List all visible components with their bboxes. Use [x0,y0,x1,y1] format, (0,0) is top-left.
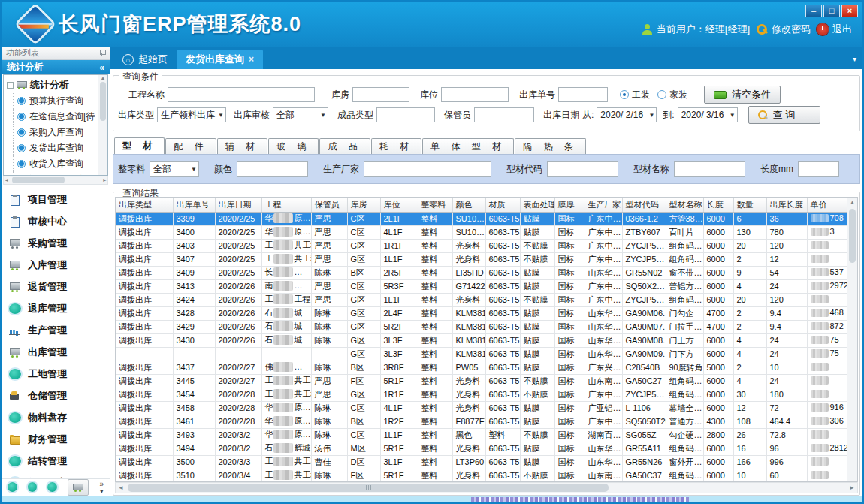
subfilter-select-0[interactable]: 全部▼ [150,161,199,177]
material-tab-7[interactable]: 隔 热 条 [515,138,586,154]
table-row[interactable]: 调拨出库34612020/2/28华原…陈琳B区1R2F整料F8877FT606… [116,415,847,428]
sidebar-item-2[interactable]: 采购管理 [9,233,110,255]
radio-gongzhuang[interactable]: 工装 [620,89,650,101]
sidebar-item-8[interactable]: 工地管理 [9,364,110,385]
column-header-0[interactable]: 出库类型 [116,198,173,212]
grid-vertical-scrollbar[interactable]: ▲ [847,198,857,481]
column-header-1[interactable]: 出库单号 [173,198,215,212]
tree-vertical-scrollbar[interactable]: ▲ [98,75,107,175]
sidebar-item-0[interactable]: 项目管理 [9,189,110,211]
tree-expander-icon[interactable]: - [7,82,14,89]
subfilter-input-1[interactable] [237,161,308,177]
table-row[interactable]: 调拨出库34942020/3/2石辉城汤伟M区5R1F整料光身料6063-T5贴… [116,442,847,455]
tab-shipping-outbound-query[interactable]: 发货出库查询 × [177,50,263,69]
collapse-icon[interactable]: « [99,62,104,73]
sidebar-item-1[interactable]: 审核中心 [9,211,110,233]
sidebar-item-4[interactable]: 退货管理 [9,276,110,298]
sidebar-item-3[interactable]: 入库管理 [9,255,110,276]
tree-horizontal-scrollbar[interactable]: ◄► [3,176,108,185]
tree-item-2[interactable]: 采购入库查询 [7,125,107,140]
pin-icon[interactable] [99,50,105,56]
warehouse-input[interactable] [352,87,409,102]
sidebar-item-7[interactable]: 出库管理 [9,342,110,364]
sidebar-item-11[interactable]: 财务管理 [9,429,110,451]
audit-select[interactable]: 全部▼ [273,107,328,122]
column-header-2[interactable]: 出库日期 [215,198,261,212]
logout-button[interactable]: 退出 [817,23,852,36]
material-tab-4[interactable]: 成 品 [319,138,370,154]
project-name-input[interactable] [168,87,315,102]
sidebar-item-5[interactable]: 退库管理 [9,298,110,320]
sidebar-item-13[interactable]: 补单中心 [9,472,110,478]
tree-item-5[interactable]: 退货查询[待定] [7,172,107,176]
sidebar-item-10[interactable]: 物料盘存 [9,407,110,429]
table-row[interactable]: 调拨出库34002020/2/25华原…严思C区4L1F整料SU10…6063-… [116,225,847,239]
grid-horizontal-scrollbar[interactable]: ◄ ► [115,482,858,493]
sidebar-item-12[interactable]: 结转管理 [9,451,110,472]
column-header-9[interactable]: 材质 [485,198,520,212]
clear-conditions-button[interactable]: 清空条件 [704,86,781,104]
tab-list-dropdown-icon[interactable]: ▾ [853,55,856,63]
statistics-section-header[interactable]: 统计分析 « [2,60,110,74]
tab-home[interactable]: ⌂ 起始页 [113,50,177,69]
material-tab-1[interactable]: 配 件 [165,138,216,154]
search-button[interactable]: 查 询 [748,106,820,124]
sidebar-item-6[interactable]: 生产管理 [9,320,110,342]
order-no-input[interactable] [558,87,608,102]
table-row[interactable]: 调拨出库34582020/2/28华原…陈琳C区4L1F整料光身料6063-T5… [116,401,847,415]
tree-item-0[interactable]: 预算执行查询 [7,93,107,109]
material-tab-6[interactable]: 单 体 型 材 [422,138,514,154]
column-header-17[interactable]: 出库长度 [766,198,807,212]
table-row[interactable]: 调拨出库34032020/2/25工共工程严思G区1R1F整料光身料6063-T… [116,239,847,252]
column-header-7[interactable]: 整零料 [418,198,452,212]
close-button[interactable]: × [841,5,858,17]
column-header-13[interactable]: 型材代码 [622,198,666,212]
out-type-select[interactable]: 生产领料出库▼ [157,107,226,122]
tree-root-statistics[interactable]: - 统计分析 [7,77,107,93]
table-row[interactable]: 调拨出库34302020/2/26石城陈琳G区3L3F整料KLM38176063… [116,333,847,347]
minimize-button[interactable]: – [805,5,822,17]
column-header-10[interactable]: 表面处理 [520,198,554,212]
column-header-8[interactable]: 颜色 [452,198,485,212]
nav-dot-icon[interactable] [47,482,57,492]
table-row[interactable]: 调拨出库33992020/2/25华原…严思C区2L1F整料SU10…6063-… [116,212,847,225]
tree-item-1[interactable]: 在途信息查询[待 [7,109,107,125]
table-row[interactable]: 调拨出库34132020/2/26南…严思C区5R3F整料G714226063-… [116,279,847,293]
material-tab-2[interactable]: 辅 材 [217,138,267,154]
scroll-right-icon[interactable]: ► [847,484,857,491]
table-row[interactable]: 调拨出库34282020/2/26石城陈琳G区2L4F整料KLM38176063… [116,306,847,320]
table-row[interactable]: G区3L3F整料KLM38176063-T5贴膜国标山东华…GA90M09.门下… [116,347,847,361]
column-header-15[interactable]: 长度 [703,198,733,212]
column-header-16[interactable]: 数量 [733,198,766,212]
location-input[interactable] [441,87,509,102]
column-header-5[interactable]: 库房 [347,198,380,212]
column-header-11[interactable]: 膜厚 [554,198,585,212]
keeper-input[interactable] [474,107,534,122]
table-row[interactable]: 调拨出库34932020/3/2华原…陈琳C区1L1F整料黑色塑料不贴膜国标湖南… [116,428,847,442]
table-row[interactable]: 调拨出库34242020/2/26工工程严思G区1L1F整料光身料6063-T5… [116,293,847,306]
table-row[interactable]: 调拨出库34452020/2/27工共工程严思F区5R1F整料光身料6063-T… [116,374,847,388]
column-header-3[interactable]: 工程 [261,198,311,212]
column-header-12[interactable]: 生产厂家 [585,198,622,212]
scroll-left-icon[interactable]: ◄ [116,484,126,491]
sidebar-item-9[interactable]: 仓储管理 [9,385,110,407]
column-header-6[interactable]: 库位 [380,198,418,212]
column-header-18[interactable]: 单价 [807,198,847,212]
subfilter-input-5[interactable] [798,161,839,177]
table-row[interactable]: 调拨出库35002020/3/3工共工程曹佳D区3L1F整料LT3P606063… [116,455,847,469]
radio-jiazhuang[interactable]: 家装 [657,89,687,101]
tree-item-4[interactable]: 收货入库查询 [7,156,107,172]
material-tab-0[interactable]: 型 材 [114,137,165,154]
date-from-picker[interactable]: 2020/ 2/16▼ [597,107,657,122]
table-row[interactable]: 调拨出库34092020/2/25长…陈琳B区2R5F整料LI35HD6063-… [116,266,847,279]
nav-overflow-button[interactable]: »▾ [99,481,104,494]
subfilter-input-2[interactable] [364,161,491,177]
table-row[interactable]: 调拨出库34372020/2/27佛…陈琳B区3R8F整料PW056063-T5… [116,361,847,374]
tab-close-icon[interactable]: × [249,54,254,65]
subfilter-input-3[interactable] [547,161,618,177]
maximize-button[interactable]: □ [823,5,840,17]
material-tab-3[interactable]: 玻 璃 [268,138,319,154]
date-to-picker[interactable]: 2020/ 3/16▼ [678,107,738,122]
column-header-14[interactable]: 型材名称 [666,198,703,212]
nav-cart-button[interactable] [68,479,89,496]
